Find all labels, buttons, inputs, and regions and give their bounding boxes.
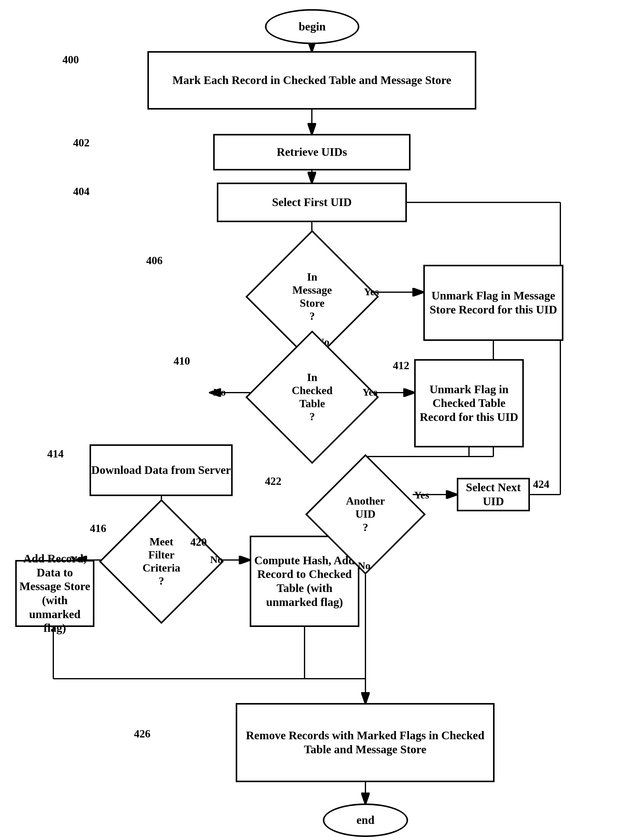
end-label: end (356, 813, 374, 827)
node-412: Unmark Flag in Checked Table Record for … (414, 359, 524, 447)
node-410: InCheckedTable? (246, 330, 379, 464)
ref-414: 414 (47, 447, 64, 460)
label-408: Unmark Flag in Message Store Record for … (425, 289, 562, 316)
begin-node: begin (265, 9, 359, 44)
ref-424: 424 (533, 478, 549, 491)
label-418: Add Record, Data to Message Store (with … (17, 552, 93, 635)
416-no-label: No (210, 554, 223, 566)
node-424: Select Next UID (457, 478, 530, 511)
node-404: Select First UID (217, 183, 407, 222)
406-yes-label: Yes (364, 286, 379, 297)
label-412: Unmark Flag in Checked Table Record for … (416, 382, 522, 424)
label-410: InCheckedTable? (266, 351, 358, 443)
422-yes-label: Yes (414, 489, 429, 501)
node-414: Download Data from Server (90, 444, 233, 496)
begin-label: begin (299, 20, 326, 34)
label-424: Select Next UID (458, 481, 528, 508)
node-408: Unmark Flag in Message Store Record for … (423, 265, 564, 341)
label-414: Download Data from Server (91, 463, 231, 477)
label-402: Retrieve UIDs (276, 145, 347, 159)
label-420: Compute Hash, Add Record to Checked Tabl… (251, 553, 358, 609)
ref-426: 426 (134, 727, 150, 740)
ref-420: 420 (190, 536, 207, 549)
ref-400: 400 (62, 53, 79, 66)
label-406: InMessageStore? (266, 251, 358, 342)
422-no-label: No (358, 560, 371, 572)
ref-402: 402 (73, 136, 90, 149)
label-422: AnotherUID? (324, 473, 406, 555)
label-404: Select First UID (272, 196, 352, 210)
node-426: Remove Records with Marked Flags in Chec… (236, 703, 494, 782)
ref-412: 412 (393, 359, 409, 372)
410-no-label: No (213, 387, 226, 398)
ref-422: 422 (265, 475, 281, 487)
node-418: Add Record, Data to Message Store (with … (15, 560, 94, 627)
node-416: MeetFilterCriteria? (99, 499, 224, 624)
node-402: Retrieve UIDs (213, 134, 411, 170)
node-400: Mark Each Record in Checked Table and Me… (147, 51, 476, 109)
label-400: Mark Each Record in Checked Table and Me… (172, 73, 451, 87)
end-node: end (323, 803, 408, 837)
label-426: Remove Records with Marked Flags in Chec… (237, 729, 493, 756)
ref-404: 404 (73, 185, 90, 198)
ref-406: 406 (146, 254, 163, 267)
ref-416: 416 (90, 522, 106, 535)
ref-410: 410 (174, 354, 190, 367)
410-yes-label: Yes (362, 387, 377, 398)
label-416: MeetFilterCriteria? (119, 519, 204, 604)
